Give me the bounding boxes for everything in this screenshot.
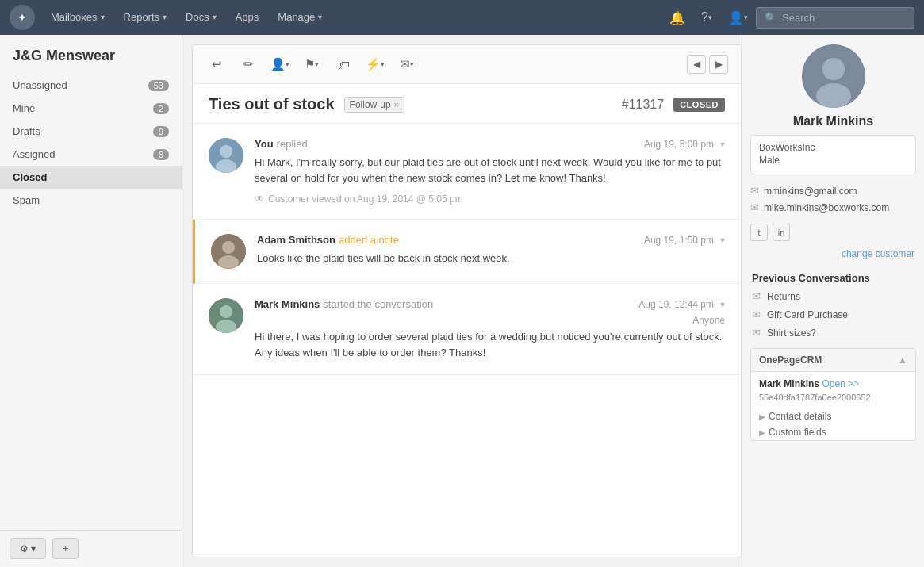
top-navigation: ✦ Mailboxes ▾ Reports ▾ Docs ▾ Apps Mana… bbox=[0, 0, 924, 35]
email-icon: ✉ bbox=[750, 201, 759, 213]
docs-caret: ▾ bbox=[213, 0, 217, 35]
prev-conv-returns[interactable]: ✉ Returns bbox=[742, 287, 924, 305]
crm-collapse-icon: ▲ bbox=[898, 354, 907, 366]
message-author: You bbox=[255, 138, 274, 150]
message-viewed: 👁 Customer viewed on Aug 19, 2014 @ 5:05… bbox=[255, 193, 725, 205]
nav-reports[interactable]: Reports ▾ bbox=[114, 0, 177, 35]
sidebar-item-unassigned[interactable]: Unassigned 53 bbox=[0, 74, 182, 97]
linkedin-icon[interactable]: in bbox=[773, 224, 790, 241]
lightning-icon: ⚡ bbox=[366, 57, 381, 71]
svg-point-4 bbox=[222, 241, 235, 254]
email-button[interactable]: ✉ ▾ bbox=[396, 53, 418, 75]
sidebar-item-assigned[interactable]: Assigned 8 bbox=[0, 143, 182, 166]
sidebar-item-mine[interactable]: Mine 2 bbox=[0, 97, 182, 120]
edit-button[interactable]: ✏ bbox=[237, 53, 259, 75]
nav-apps[interactable]: Apps bbox=[226, 0, 269, 35]
email-caret: ▾ bbox=[410, 60, 414, 68]
reports-caret: ▾ bbox=[163, 0, 167, 35]
sidebar-item-drafts[interactable]: Drafts 9 bbox=[0, 120, 182, 143]
message-item: Mark Minkins started the conversation Au… bbox=[193, 284, 741, 375]
message-dropdown[interactable]: ▾ bbox=[720, 235, 725, 246]
assign-button[interactable]: 👤 ▾ bbox=[269, 53, 291, 75]
workflow-caret: ▾ bbox=[381, 60, 385, 68]
customer-gender: Male bbox=[759, 155, 907, 166]
message-author: Adam Smithson bbox=[257, 234, 335, 246]
avatar bbox=[211, 234, 246, 269]
assign-icon: 👤 bbox=[270, 57, 286, 71]
email-icon: ✉ bbox=[752, 327, 761, 339]
settings-button[interactable]: ⚙ ▾ bbox=[10, 538, 46, 559]
twitter-icon[interactable]: t bbox=[750, 224, 768, 241]
chevron-right-icon: ▶ bbox=[759, 412, 765, 421]
flag-button[interactable]: ⚑ ▾ bbox=[301, 53, 323, 75]
sidebar-item-spam[interactable]: Spam bbox=[0, 189, 182, 212]
search-input[interactable] bbox=[782, 12, 909, 24]
crm-open-link[interactable]: Open >> bbox=[822, 378, 859, 389]
customer-avatar bbox=[802, 44, 865, 108]
message-time: Aug 19, 1:50 pm bbox=[644, 235, 714, 246]
change-customer-button[interactable]: change customer bbox=[842, 248, 914, 259]
prev-conv-shirtsizes[interactable]: ✉ Shirt sizes? bbox=[742, 324, 924, 342]
prev-conv-giftcard[interactable]: ✉ Gift Card Purchase bbox=[742, 305, 924, 324]
add-button[interactable]: + bbox=[52, 538, 79, 559]
previous-conversations-title: Previous Conversations bbox=[742, 266, 924, 287]
notifications-icon[interactable]: 🔔 bbox=[661, 0, 693, 35]
message-time: Aug 19, 12:44 pm bbox=[638, 299, 714, 310]
crm-header[interactable]: OnePageCRM ▲ bbox=[751, 349, 915, 372]
avatar bbox=[209, 298, 243, 333]
customer-info-box: BoxWorksInc Male bbox=[750, 135, 916, 174]
prev-conversation-button[interactable]: ◀ bbox=[687, 55, 706, 74]
chevron-right-icon: ▶ bbox=[759, 428, 765, 437]
conversation-id: #11317 bbox=[622, 98, 664, 112]
crm-section: OnePageCRM ▲ Mark Minkins Open >> 55e40d… bbox=[750, 348, 916, 441]
help-icon[interactable]: ?▾ bbox=[693, 0, 720, 35]
message-meta: Mark Minkins started the conversation Au… bbox=[255, 298, 725, 310]
message-item: Adam Smithson added a note Aug 19, 1:50 … bbox=[193, 220, 741, 284]
reply-button[interactable]: ↩ bbox=[205, 53, 228, 75]
message-meta: Adam Smithson added a note Aug 19, 1:50 … bbox=[257, 234, 725, 246]
crm-person: Mark Minkins Open >> bbox=[759, 378, 907, 389]
email-icon: ✉ bbox=[400, 57, 410, 71]
message-author: Mark Minkins bbox=[255, 298, 320, 310]
account-icon[interactable]: 👤▾ bbox=[720, 0, 756, 35]
message-body: You replied Aug 19, 5:00 pm ▾ Hi Mark, I… bbox=[255, 138, 725, 205]
nav-mailboxes[interactable]: Mailboxes ▾ bbox=[41, 0, 114, 35]
message-body: Adam Smithson added a note Aug 19, 1:50 … bbox=[257, 234, 725, 269]
contact-email-1: ✉ mminkins@gmail.com bbox=[750, 182, 916, 199]
next-conversation-button[interactable]: ▶ bbox=[709, 55, 728, 74]
avatar bbox=[209, 138, 243, 173]
nav-manage[interactable]: Manage ▾ bbox=[268, 0, 332, 35]
change-customer-link: change customer bbox=[742, 244, 924, 266]
conversation-header: Ties out of stock Follow-up × #11317 CLO… bbox=[193, 84, 741, 124]
search-box[interactable]: 🔍 bbox=[756, 7, 914, 29]
crm-body: Mark Minkins Open >> 55e40dfa1787fa0ee20… bbox=[751, 372, 915, 408]
messages-list: You replied Aug 19, 5:00 pm ▾ Hi Mark, I… bbox=[193, 124, 741, 557]
customer-name: Mark Minkins bbox=[742, 114, 924, 128]
follow-up-tag[interactable]: Follow-up × bbox=[344, 97, 404, 113]
manage-caret: ▾ bbox=[318, 0, 322, 35]
sidebar: J&G Menswear Unassigned 53 Mine 2 Drafts… bbox=[0, 35, 182, 567]
tag-button[interactable]: 🏷 bbox=[332, 53, 355, 75]
message-dropdown[interactable]: ▾ bbox=[720, 299, 725, 310]
edit-icon: ✏ bbox=[243, 57, 254, 71]
nav-docs[interactable]: Docs ▾ bbox=[176, 0, 226, 35]
tag-icon: 🏷 bbox=[338, 58, 350, 71]
tag-remove-button[interactable]: × bbox=[394, 100, 399, 109]
status-badge: CLOSED bbox=[673, 98, 725, 112]
crm-custom-fields[interactable]: ▶ Custom fields bbox=[751, 424, 915, 440]
sidebar-item-closed[interactable]: Closed bbox=[0, 166, 182, 189]
message-item: You replied Aug 19, 5:00 pm ▾ Hi Mark, I… bbox=[193, 124, 741, 220]
crm-id: 55e40dfa1787fa0ee2000652 bbox=[759, 393, 907, 402]
message-dropdown[interactable]: ▾ bbox=[720, 139, 725, 150]
flag-caret: ▾ bbox=[315, 60, 319, 68]
email-icon: ✉ bbox=[752, 308, 761, 320]
conversation-title: Ties out of stock bbox=[209, 95, 335, 113]
crm-contact-details[interactable]: ▶ Contact details bbox=[751, 408, 915, 424]
message-action: started the conversation bbox=[323, 298, 433, 310]
workflow-button[interactable]: ⚡ ▾ bbox=[364, 53, 386, 75]
main-content: ↩ ✏ 👤 ▾ ⚑ ▾ 🏷 ⚡ ▾ bbox=[182, 35, 742, 567]
conversation-area: ↩ ✏ 👤 ▾ ⚑ ▾ 🏷 ⚡ ▾ bbox=[192, 44, 742, 557]
assign-caret: ▾ bbox=[286, 60, 289, 68]
app-body: J&G Menswear Unassigned 53 Mine 2 Drafts… bbox=[0, 35, 924, 567]
message-time: Aug 19, 5:00 pm bbox=[644, 139, 714, 150]
